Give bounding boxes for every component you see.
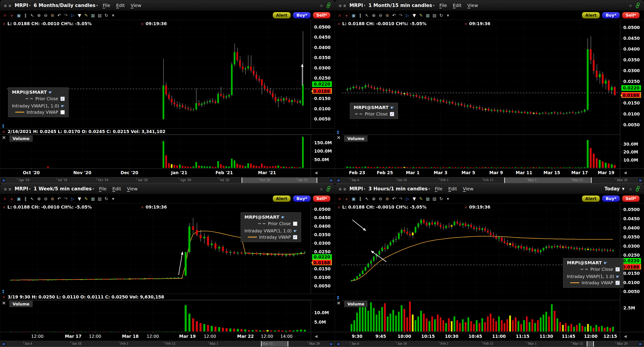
scroll-left-button[interactable]: ◀ bbox=[335, 341, 341, 347]
pointer-hand-icon[interactable]: ☛ bbox=[281, 215, 285, 220]
play-icon[interactable]: ▷ bbox=[70, 12, 76, 18]
symbol-label[interactable]: MRPI bbox=[350, 3, 363, 8]
time-axis[interactable]: ◀ Oct '20Nov '20Dec '20Jan '21Feb '21Mar… bbox=[0, 168, 334, 177]
studies-icon[interactable]: ▦ bbox=[425, 12, 430, 18]
prior-close-checkbox[interactable]: ✓ bbox=[60, 97, 65, 101]
zoom-in-icon[interactable]: ⊕ bbox=[36, 12, 42, 18]
prior-close-checkbox[interactable]: ✓ bbox=[390, 112, 394, 116]
symbol-caret-icon[interactable]: ▾ bbox=[364, 4, 365, 7]
undo-icon[interactable]: ↶ bbox=[391, 12, 397, 18]
studies-icon[interactable]: ▦ bbox=[90, 196, 96, 202]
price-axis[interactable]: 0.0220 0.0188 0.05000.04500.04000.03500.… bbox=[620, 204, 644, 300]
prior-close-checkbox[interactable]: ✓ bbox=[616, 267, 620, 272]
sell-button[interactable]: Sell* bbox=[622, 12, 640, 19]
zoom-in-icon[interactable]: ⊕ bbox=[371, 12, 376, 18]
symbol-label[interactable]: MRPI bbox=[14, 186, 28, 192]
volume-canvas[interactable] bbox=[342, 134, 620, 168]
price-axis[interactable]: 0.0220 0.0188 0.05000.04500.04000.03500.… bbox=[620, 20, 644, 134]
reload-icon[interactable]: ↻ bbox=[438, 12, 444, 18]
zoom-out-icon[interactable]: ⊖ bbox=[43, 196, 48, 202]
timeframe-dropdown[interactable]: 1 Month/15 min candles bbox=[368, 3, 432, 8]
menu-edit[interactable]: Edit bbox=[116, 3, 125, 8]
window-control-icon-1[interactable]: ◉ bbox=[4, 3, 7, 8]
dropdown-triangle-icon[interactable]: ▼ bbox=[76, 12, 82, 18]
menu-edit[interactable]: Edit bbox=[448, 186, 457, 192]
redo-icon[interactable]: ↷ bbox=[63, 12, 69, 18]
time-axis[interactable]: ◀ 12:00Mar 1712:00Mar 1812:00Mar 1912:00… bbox=[0, 332, 334, 341]
link-chain-icon[interactable] bbox=[635, 2, 640, 8]
close-chart-icon[interactable]: × bbox=[337, 196, 342, 202]
scrollbar-track[interactable]: Jan 4Jan 18Feb 1Feb 15Mar 1Mar 15Mar 29 bbox=[6, 341, 328, 347]
today-caret-icon[interactable]: ▼ bbox=[622, 187, 624, 190]
unlink-icon[interactable]: ◉ bbox=[320, 187, 323, 191]
menu-view[interactable]: View bbox=[463, 186, 474, 192]
intraday-vwap-checkbox[interactable]: ✓ bbox=[616, 281, 620, 285]
scroll-left-button[interactable]: ◀ bbox=[0, 341, 6, 347]
play-icon[interactable]: ▷ bbox=[405, 12, 410, 18]
panel-titlebar[interactable]: ◉ ◉ MRPI ▾ 6 Months/Daily candles ▾ File… bbox=[0, 0, 334, 11]
globe-icon[interactable]: ⊛ bbox=[50, 196, 55, 202]
panel-titlebar[interactable]: ◉ ◉ MRPI ▾ 3 Hours/1 min candles ▾ FileE… bbox=[335, 184, 644, 194]
link-chain-icon[interactable] bbox=[326, 186, 331, 192]
trendline-tool-icon[interactable]: ↖ bbox=[30, 12, 35, 18]
undo-icon[interactable]: ↶ bbox=[56, 196, 62, 202]
volume-canvas[interactable] bbox=[342, 300, 620, 332]
unlink-icon[interactable]: ◉ bbox=[629, 3, 632, 8]
annotate-icon[interactable]: ✎ bbox=[83, 196, 89, 202]
globe-icon[interactable]: ⊛ bbox=[384, 12, 390, 18]
window-control-icon-1[interactable]: ◉ bbox=[4, 187, 7, 191]
eraser-icon[interactable]: ▨ bbox=[432, 196, 437, 202]
redo-icon[interactable]: ↷ bbox=[63, 196, 69, 202]
scroll-left-button[interactable]: ◀ bbox=[335, 177, 341, 183]
crosshair-tool-icon[interactable]: + bbox=[9, 12, 15, 18]
annotate-icon[interactable]: ✎ bbox=[418, 12, 424, 18]
timeframe-caret-icon[interactable]: ▾ bbox=[433, 4, 434, 7]
window-control-icon-2[interactable]: ◉ bbox=[343, 3, 346, 8]
timestamp-close-icon[interactable]: × bbox=[141, 21, 144, 26]
volume-pane-label[interactable]: Volume bbox=[344, 301, 368, 307]
dropdown-triangle-icon[interactable]: ▼ bbox=[412, 196, 417, 202]
volume-axis[interactable]: 2.5M bbox=[620, 300, 644, 332]
menu-file[interactable]: File bbox=[103, 3, 110, 8]
symbol-label[interactable]: MRPI bbox=[14, 3, 28, 8]
more-caret-icon[interactable]: ▾ bbox=[445, 196, 451, 202]
jump-to-end-icon[interactable]: ◀ bbox=[314, 334, 318, 338]
chart-type-icon[interactable]: ∥ bbox=[358, 196, 363, 202]
dropdown-triangle-icon[interactable]: ▼ bbox=[76, 196, 82, 202]
timeframe-dropdown[interactable]: 6 Months/Daily candles bbox=[34, 3, 96, 8]
window-control-icon-2[interactable]: ◉ bbox=[343, 187, 346, 191]
link-chain-icon[interactable] bbox=[326, 2, 331, 8]
scrollbar-thumb[interactable] bbox=[587, 341, 594, 346]
prior-close-checkbox[interactable] bbox=[293, 222, 297, 226]
scroll-left-button[interactable]: ◀ bbox=[0, 177, 6, 183]
play-icon[interactable]: ▷ bbox=[405, 196, 410, 202]
volume-close-icon[interactable]: × bbox=[2, 300, 6, 306]
data-line-close-icon[interactable]: × bbox=[2, 295, 6, 299]
alert-button[interactable]: Alert bbox=[582, 195, 600, 202]
status-close-icon[interactable]: × bbox=[337, 21, 341, 26]
volume-axis[interactable]: 10.0M5.0M bbox=[311, 300, 334, 332]
buy-button[interactable]: Buy* bbox=[293, 12, 311, 19]
timeframe-caret-icon[interactable]: ▾ bbox=[92, 187, 94, 190]
buy-button[interactable]: Buy* bbox=[602, 195, 620, 202]
unlink-icon[interactable]: ◉ bbox=[320, 3, 323, 8]
crosshair-tool-icon[interactable]: + bbox=[9, 196, 15, 202]
menu-view[interactable]: View bbox=[127, 186, 138, 192]
panel-titlebar[interactable]: ◉ ◉ MRPI ▾ 1 Month/15 min candles ▾ File… bbox=[335, 0, 644, 11]
today-dropdown[interactable]: Today bbox=[604, 186, 620, 192]
jump-to-end-icon[interactable]: ◀ bbox=[624, 334, 627, 338]
scroll-right-button[interactable]: ▶ bbox=[638, 177, 644, 183]
volume-pane-label[interactable]: Volume bbox=[9, 135, 33, 142]
play-icon[interactable]: ▷ bbox=[70, 196, 76, 202]
more-caret-icon[interactable]: ▾ bbox=[110, 12, 116, 18]
eraser-icon[interactable]: ▨ bbox=[432, 12, 437, 18]
zoom-in-icon[interactable]: ⊕ bbox=[36, 196, 42, 202]
reload-icon[interactable]: ↻ bbox=[104, 196, 109, 202]
chart-type-icon[interactable]: ∥ bbox=[23, 196, 28, 202]
pane-resize-handle[interactable]: ↕ bbox=[1, 124, 5, 129]
eraser-icon[interactable]: ▨ bbox=[97, 12, 102, 18]
volume-plot[interactable] bbox=[342, 134, 620, 168]
alert-button[interactable]: Alert bbox=[582, 12, 600, 19]
panel-titlebar[interactable]: ◉ ◉ MRPI ▾ 1 Week/5 min candles ▾ FileEd… bbox=[0, 184, 334, 194]
timeframe-dropdown[interactable]: 3 Hours/1 min candles bbox=[368, 186, 428, 192]
